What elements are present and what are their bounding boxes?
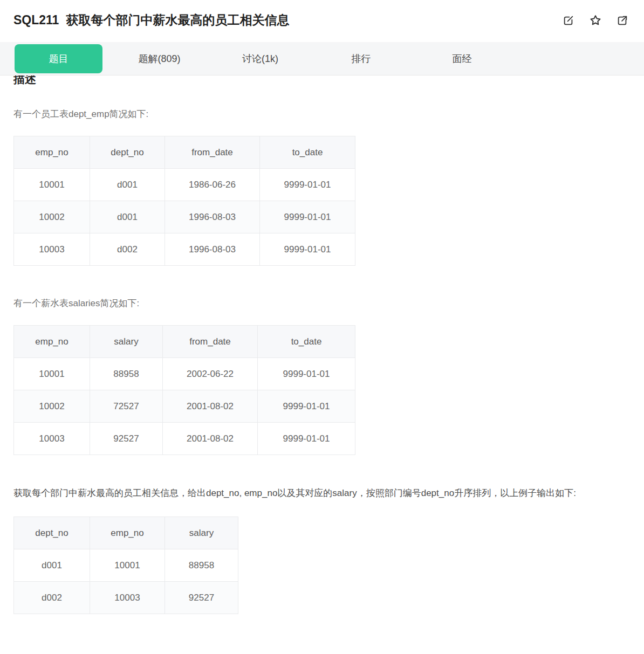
- column-header: from_date: [165, 136, 260, 169]
- table-cell: 88958: [165, 549, 238, 582]
- table-cell: 92527: [165, 582, 238, 614]
- column-header: emp_no: [90, 517, 165, 549]
- table-cell: 10002: [14, 390, 90, 423]
- table-cell: 1986-06-26: [165, 169, 260, 201]
- task-description: 获取每个部门中薪水最高的员工相关信息，给出dept_no, emp_no以及其对…: [13, 484, 631, 502]
- table-cell: d001: [90, 169, 165, 201]
- column-header: salary: [90, 326, 163, 358]
- table-cell: 10003: [14, 423, 90, 455]
- table-cell: 9999-01-01: [260, 233, 355, 266]
- tab-solutions[interactable]: 题解(809): [115, 44, 203, 73]
- table-cell: 88958: [90, 358, 163, 390]
- tab-discussion[interactable]: 讨论(1k): [216, 44, 304, 73]
- tab-interview[interactable]: 面经: [418, 44, 506, 73]
- table-header-row: emp_no dept_no from_date to_date: [14, 136, 355, 169]
- tab-ranking[interactable]: 排行: [317, 44, 405, 73]
- dept-emp-table: emp_no dept_no from_date to_date 10001 d…: [13, 136, 355, 266]
- column-header: dept_no: [90, 136, 165, 169]
- table-cell: 1996-08-03: [165, 233, 260, 266]
- table-cell: 9999-01-01: [258, 423, 355, 455]
- table-cell: 10001: [14, 169, 90, 201]
- star-icon[interactable]: [589, 14, 602, 27]
- problem-title: 获取每个部门中薪水最高的员工相关信息: [66, 12, 289, 29]
- description-heading: 描述: [13, 75, 631, 88]
- edit-icon[interactable]: [562, 14, 575, 27]
- table-row: d002 10003 92527: [14, 582, 238, 614]
- table-cell: d002: [14, 582, 90, 614]
- table-cell: d001: [90, 201, 165, 233]
- table-cell: 10003: [14, 233, 90, 266]
- table-row: 10003 d002 1996-08-03 9999-01-01: [14, 233, 355, 266]
- table-cell: 2001-08-02: [163, 390, 258, 423]
- table-row: 10003 92527 2001-08-02 9999-01-01: [14, 423, 355, 455]
- table-cell: 92527: [90, 423, 163, 455]
- table-row: 10002 72527 2001-08-02 9999-01-01: [14, 390, 355, 423]
- page-title: SQL211获取每个部门中薪水最高的员工相关信息: [13, 12, 289, 29]
- table-cell: 2002-06-22: [163, 358, 258, 390]
- share-icon[interactable]: [616, 14, 629, 27]
- table-cell: 1996-08-03: [165, 201, 260, 233]
- table-header-row: dept_no emp_no salary: [14, 517, 238, 549]
- tab-bar: 题目 题解(809) 讨论(1k) 排行 面经: [0, 42, 644, 75]
- table-cell: 2001-08-02: [163, 423, 258, 455]
- dept-emp-intro: 有一个员工表dept_emp简况如下:: [13, 108, 631, 121]
- table-cell: 9999-01-01: [258, 358, 355, 390]
- table-cell: 10003: [90, 582, 165, 614]
- column-header: emp_no: [14, 326, 90, 358]
- salaries-table: emp_no salary from_date to_date 10001 88…: [13, 325, 355, 455]
- table-header-row: emp_no salary from_date to_date: [14, 326, 355, 358]
- table-cell: 9999-01-01: [258, 390, 355, 423]
- tab-question[interactable]: 题目: [15, 44, 102, 73]
- table-cell: d002: [90, 233, 165, 266]
- column-header: dept_no: [14, 517, 90, 549]
- page-header: SQL211获取每个部门中薪水最高的员工相关信息: [0, 0, 644, 42]
- table-cell: 10001: [14, 358, 90, 390]
- table-row: 10002 d001 1996-08-03 9999-01-01: [14, 201, 355, 233]
- column-header: to_date: [258, 326, 355, 358]
- expected-output-table: dept_no emp_no salary d001 10001 88958 d…: [13, 517, 238, 614]
- column-header: emp_no: [14, 136, 90, 169]
- salaries-intro: 有一个薪水表salaries简况如下:: [13, 297, 631, 310]
- table-cell: d001: [14, 549, 90, 582]
- table-cell: 10001: [90, 549, 165, 582]
- problem-id: SQL211: [13, 13, 59, 27]
- column-header: salary: [165, 517, 238, 549]
- table-cell: 10002: [14, 201, 90, 233]
- table-row: 10001 88958 2002-06-22 9999-01-01: [14, 358, 355, 390]
- problem-content: 描述 有一个员工表dept_emp简况如下: emp_no dept_no fr…: [0, 75, 644, 614]
- table-cell: 72527: [90, 390, 163, 423]
- header-actions: [562, 14, 644, 27]
- table-row: 10001 d001 1986-06-26 9999-01-01: [14, 169, 355, 201]
- column-header: to_date: [260, 136, 355, 169]
- table-cell: 9999-01-01: [260, 169, 355, 201]
- column-header: from_date: [163, 326, 258, 358]
- table-row: d001 10001 88958: [14, 549, 238, 582]
- table-cell: 9999-01-01: [260, 201, 355, 233]
